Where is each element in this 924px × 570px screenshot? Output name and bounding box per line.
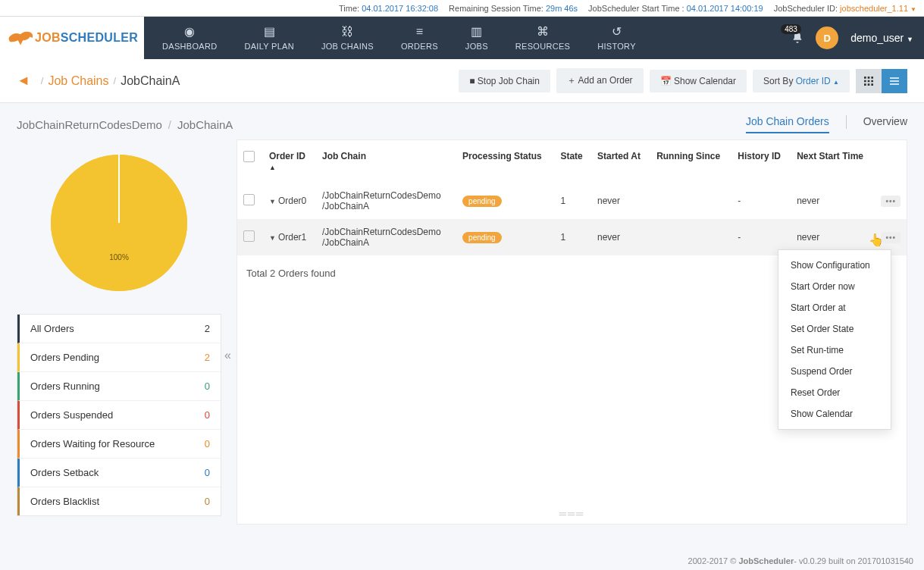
status-badge: pending (462, 232, 502, 243)
filter-orders-pending[interactable]: Orders Pending2 (17, 343, 221, 372)
list-icon (888, 75, 901, 87)
nav-dashboard[interactable]: ◉DASHBOARD (149, 21, 230, 55)
job-chains-icon: ⛓ (321, 25, 374, 39)
row-actions-button[interactable]: ••• (881, 196, 901, 207)
breadcrumb-job-chains[interactable]: Job Chains (48, 74, 108, 88)
time-value: 04.01.2017 16:32:08 (362, 4, 438, 13)
user-menu[interactable]: demo_user ▼ (850, 32, 913, 44)
view-toggle (856, 69, 907, 93)
grid-icon (863, 75, 875, 87)
expand-row-icon[interactable]: ▼ (269, 198, 276, 205)
nav-jobs[interactable]: ▥JOBS (452, 21, 502, 55)
start-time-label: JobScheduler Start Time : (588, 4, 684, 13)
sort-button[interactable]: Sort By Order ID ▲ (753, 70, 850, 92)
menu-start-order-at[interactable]: Start Order at (778, 297, 891, 318)
tab-job-chain-orders[interactable]: Job Chain Orders (746, 115, 829, 133)
main-nav: JOBSCHEDULER ◉DASHBOARD ▤DAILY PLAN ⛓JOB… (0, 17, 924, 59)
session-label: Remaining Session Time: (449, 4, 543, 13)
pie-percent-label: 100% (109, 253, 129, 262)
jobs-icon: ▥ (465, 24, 488, 39)
tab-overview[interactable]: Overview (863, 115, 907, 133)
col-running-since[interactable]: Running Since (650, 140, 731, 183)
avatar[interactable]: D (816, 27, 838, 49)
grid-view-button[interactable] (856, 69, 882, 93)
breadcrumb-current: JobChainA (121, 74, 180, 88)
col-job-chain[interactable]: Job Chain (316, 140, 456, 183)
logo[interactable]: JOBSCHEDULER (0, 17, 144, 59)
col-next-start-time[interactable]: Next Start Time (791, 140, 875, 183)
nav-orders[interactable]: ≡ORDERS (387, 22, 452, 55)
stop-job-chain-button[interactable]: ■ Stop Job Chain (459, 70, 550, 92)
menu-reset-order[interactable]: Reset Order (778, 382, 891, 403)
expand-row-icon[interactable]: ▼ (269, 234, 276, 242)
col-processing-status[interactable]: Processing Status (456, 140, 554, 183)
collapse-sidebar-button[interactable]: « (224, 349, 231, 362)
history-icon: ↺ (597, 24, 636, 39)
table-row[interactable]: ▼Order0 /JobChainReturnCodesDemo/JobChai… (237, 183, 907, 219)
show-calendar-button[interactable]: 📅 Show Calendar (650, 70, 747, 92)
status-bar: Time: 04.01.2017 16:32:08 Remaining Sess… (0, 0, 924, 17)
nav-daily-plan[interactable]: ▤DAILY PLAN (230, 21, 308, 55)
filter-orders-waiting-for-resource[interactable]: Orders Waiting for Resource0 (17, 430, 221, 459)
notification-count: 483 (781, 24, 801, 34)
row-checkbox[interactable] (243, 194, 255, 205)
filter-orders-suspended[interactable]: Orders Suspended0 (17, 401, 221, 430)
filter-orders-running[interactable]: Orders Running0 (17, 372, 221, 401)
daily-plan-icon: ▤ (244, 24, 294, 39)
col-state[interactable]: State (554, 140, 591, 183)
sub-breadcrumb-leaf: JobChainA (177, 118, 233, 131)
col-started-at[interactable]: Started At (591, 140, 650, 183)
nav-history[interactable]: ↺HISTORY (584, 21, 650, 55)
breadcrumb-bar: ◄ / Job Chains / JobChainA ■ Stop Job Ch… (0, 59, 924, 103)
time-label: Time: (339, 4, 359, 13)
filter-orders-blacklist[interactable]: Orders Blacklist0 (17, 487, 221, 515)
status-badge: pending (462, 196, 502, 207)
orders-pie-chart: 100% (51, 155, 187, 291)
row-actions-button[interactable]: ••• (881, 232, 901, 243)
sub-breadcrumb-root[interactable]: JobChainReturnCodesDemo (17, 118, 162, 131)
notifications-button[interactable]: 483 (791, 32, 803, 45)
back-button[interactable]: ◄ (17, 73, 30, 89)
list-view-button[interactable] (882, 69, 907, 93)
filter-list: All Orders2Orders Pending2Orders Running… (17, 314, 221, 516)
nav-job-chains[interactable]: ⛓JOB CHAINS (308, 22, 387, 55)
dashboard-icon: ◉ (162, 24, 217, 39)
filter-all-orders[interactable]: All Orders2 (17, 315, 221, 343)
resources-icon: ⌘ (515, 24, 570, 39)
col-order-id[interactable]: Order ID▲ (263, 140, 316, 183)
menu-set-order-state[interactable]: Set Order State (778, 318, 891, 340)
rabbit-icon (6, 29, 35, 47)
menu-set-run-time[interactable]: Set Run-time (778, 340, 891, 361)
resize-handle[interactable]: ═══ (237, 503, 907, 524)
orders-table-panel: Order ID▲ Job Chain Processing Status St… (236, 139, 907, 525)
orders-table: Order ID▲ Job Chain Processing Status St… (237, 140, 907, 255)
session-value: 29m 46s (546, 4, 578, 13)
col-history-id[interactable]: History ID (731, 140, 791, 183)
menu-show-calendar[interactable]: Show Calendar (778, 403, 891, 424)
start-time-value: 04.01.2017 14:00:19 (687, 4, 763, 13)
scheduler-id-dropdown[interactable]: JobScheduler ID: jobscheduler_1.11 ▼ (774, 4, 916, 13)
menu-start-order-now[interactable]: Start Order now (778, 276, 891, 297)
sub-breadcrumb: JobChainReturnCodesDemo / JobChainA Job … (0, 103, 924, 139)
row-context-menu: Show ConfigurationStart Order nowStart O… (778, 249, 891, 430)
orders-icon: ≡ (401, 25, 438, 39)
nav-resources[interactable]: ⌘RESOURCES (502, 21, 584, 55)
filter-orders-setback[interactable]: Orders Setback0 (17, 459, 221, 487)
menu-show-configuration[interactable]: Show Configuration (778, 255, 891, 276)
menu-suspend-order[interactable]: Suspend Order (778, 361, 891, 382)
add-order-button[interactable]: ＋ Add an Order (556, 68, 644, 93)
row-checkbox[interactable] (243, 230, 255, 242)
select-all-checkbox[interactable] (243, 151, 255, 162)
